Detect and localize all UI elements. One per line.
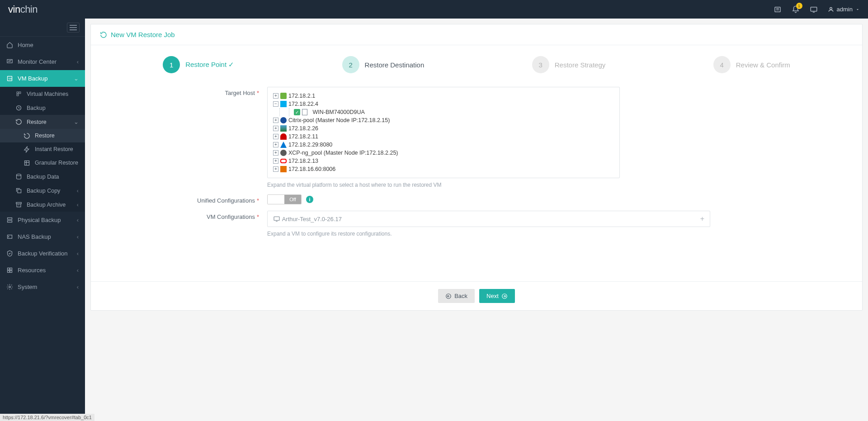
- expand-icon[interactable]: +: [273, 158, 278, 164]
- wizard-footer: Back Next: [91, 281, 862, 310]
- nav-backup-copy[interactable]: Backup Copy ‹: [0, 184, 85, 198]
- redhat-icon: [280, 133, 287, 140]
- svg-point-22: [9, 286, 11, 288]
- chevron-left-icon: ‹: [77, 284, 79, 290]
- tree-node[interactable]: +172.18.2.29:8080: [273, 141, 614, 149]
- vm-icon: [273, 215, 280, 222]
- nav-granular-restore[interactable]: Granular Restore: [0, 156, 85, 170]
- jobs-icon[interactable]: [774, 5, 782, 14]
- expand-icon[interactable]: +: [273, 142, 278, 147]
- hamburger-icon: [67, 23, 80, 33]
- nav-restore-sub[interactable]: Restore: [0, 129, 85, 142]
- svg-rect-23: [274, 217, 279, 220]
- arrow-right-icon: [501, 293, 508, 299]
- chevron-left-icon: ‹: [77, 250, 79, 257]
- nav-instant-restore[interactable]: Instant Restore: [0, 142, 85, 156]
- nav-backup[interactable]: Backup: [0, 101, 85, 115]
- tree-node[interactable]: +172.18.2.13: [273, 157, 614, 165]
- sidebar: Home Monitor Center ‹ VM VM Backup ⌄ Vir…: [0, 19, 85, 421]
- expand-vm-icon[interactable]: +: [700, 215, 704, 223]
- nav-backup-data[interactable]: Backup Data: [0, 170, 85, 184]
- nav-vmbackup[interactable]: VM VM Backup ⌄: [0, 70, 85, 87]
- page-title: New VM Restore Job: [91, 24, 862, 45]
- svg-rect-7: [19, 92, 21, 94]
- svg-text:VM: VM: [8, 77, 12, 80]
- citrix-icon: [280, 117, 287, 123]
- nav-restore[interactable]: Restore ⌄: [0, 115, 85, 129]
- svg-rect-13: [16, 203, 21, 204]
- svg-point-17: [8, 237, 9, 237]
- chevron-down-icon: ⌄: [74, 75, 79, 82]
- unified-config-toggle[interactable]: Off: [267, 194, 302, 204]
- nav-nas-backup[interactable]: NAS Backup ‹: [0, 228, 85, 245]
- windows-icon: [280, 101, 287, 107]
- svg-rect-10: [25, 161, 29, 165]
- nav-resources[interactable]: Resources ‹: [0, 262, 85, 279]
- step-review-confirm[interactable]: 4 Review & Confirm: [713, 56, 790, 73]
- proxmox-icon: [280, 166, 287, 172]
- sidebar-collapse[interactable]: [0, 19, 85, 37]
- chevron-left-icon: ‹: [77, 217, 79, 223]
- back-button[interactable]: Back: [438, 289, 475, 303]
- nav-backup-archive[interactable]: Backup Archive ‹: [0, 198, 85, 212]
- tree-node-selected[interactable]: ✓ WIN-BM74000D9UA: [294, 108, 614, 116]
- expand-icon[interactable]: +: [273, 150, 278, 156]
- svg-rect-19: [10, 268, 12, 270]
- svg-rect-8: [17, 94, 19, 96]
- tree-node[interactable]: +172.18.2.11: [273, 132, 614, 141]
- expand-icon[interactable]: +: [273, 118, 278, 123]
- tree-node[interactable]: +XCP-ng_pool (Master Node IP:172.18.2.25…: [273, 149, 614, 157]
- svg-point-2: [830, 7, 832, 9]
- target-host-tree: +172.18.2.1 −172.18.22.4 ✓ WIN-BM74000D9…: [267, 87, 620, 178]
- svg-rect-14: [8, 218, 12, 220]
- step-restore-point[interactable]: 1 Restore Point✓: [163, 56, 234, 73]
- nav-monitor[interactable]: Monitor Center ‹: [0, 53, 85, 70]
- expand-icon[interactable]: +: [273, 93, 278, 99]
- main-card: New VM Restore Job 1 Restore Point✓ 2 Re…: [90, 24, 863, 311]
- svg-rect-18: [8, 268, 9, 270]
- tree-node[interactable]: +Citrix-pool (Master Node IP:172.18.2.15…: [273, 116, 614, 124]
- nav-system[interactable]: System ‹: [0, 279, 85, 295]
- svg-rect-15: [8, 221, 12, 222]
- restore-icon: [100, 31, 107, 38]
- notification-bell-icon[interactable]: 1: [792, 5, 800, 14]
- notification-badge: 1: [796, 3, 802, 9]
- user-menu[interactable]: admin: [828, 6, 860, 13]
- expand-icon[interactable]: +: [273, 126, 278, 131]
- expand-icon[interactable]: +: [273, 134, 278, 139]
- collapse-icon[interactable]: −: [273, 101, 278, 107]
- nav-home[interactable]: Home: [0, 37, 85, 53]
- top-bar: vinchin 1 admin: [0, 0, 868, 19]
- info-icon[interactable]: i: [306, 196, 313, 203]
- tree-node[interactable]: +172.18.16.60:8006: [273, 165, 614, 173]
- unified-config-label: Unified Configurations*: [109, 194, 267, 204]
- chevron-left-icon: ‹: [77, 233, 79, 240]
- nav-virtual-machines[interactable]: Virtual Machines: [0, 87, 85, 101]
- step-restore-strategy[interactable]: 3 Restore Strategy: [532, 56, 606, 73]
- arrow-left-icon: [445, 293, 452, 299]
- screen-icon[interactable]: [810, 5, 818, 14]
- tree-node[interactable]: +172.18.2.1: [273, 92, 614, 100]
- xcp-icon: [280, 150, 287, 156]
- chevron-left-icon: ‹: [77, 267, 79, 274]
- azure-icon: [280, 142, 287, 148]
- nav-backup-verification[interactable]: Backup Verification ‹: [0, 245, 85, 262]
- expand-icon[interactable]: +: [273, 166, 278, 172]
- svg-rect-20: [8, 270, 9, 272]
- checked-icon: ✓: [294, 109, 300, 115]
- chevron-left-icon: ‹: [77, 58, 79, 65]
- oracle-icon: [280, 159, 287, 163]
- nav-physical-backup[interactable]: Physical Backup ‹: [0, 212, 85, 228]
- step-restore-destination[interactable]: 2 Restore Destination: [342, 56, 425, 73]
- vmware-icon: [280, 93, 287, 99]
- vm-config-row[interactable]: Arthur-Test_v7.0-26.17 +: [267, 211, 710, 227]
- check-icon: ✓: [228, 61, 234, 68]
- vm-config-name: Arthur-Test_v7.0-26.17: [282, 216, 342, 222]
- tree-node[interactable]: −172.18.22.4: [273, 100, 614, 108]
- tree-node[interactable]: +172.18.2.26: [273, 124, 614, 132]
- chevron-left-icon: ‹: [77, 202, 79, 208]
- brand-logo: vinchin: [8, 4, 38, 15]
- chevron-left-icon: ‹: [77, 188, 79, 194]
- next-button[interactable]: Next: [479, 289, 515, 303]
- svg-point-11: [17, 174, 21, 176]
